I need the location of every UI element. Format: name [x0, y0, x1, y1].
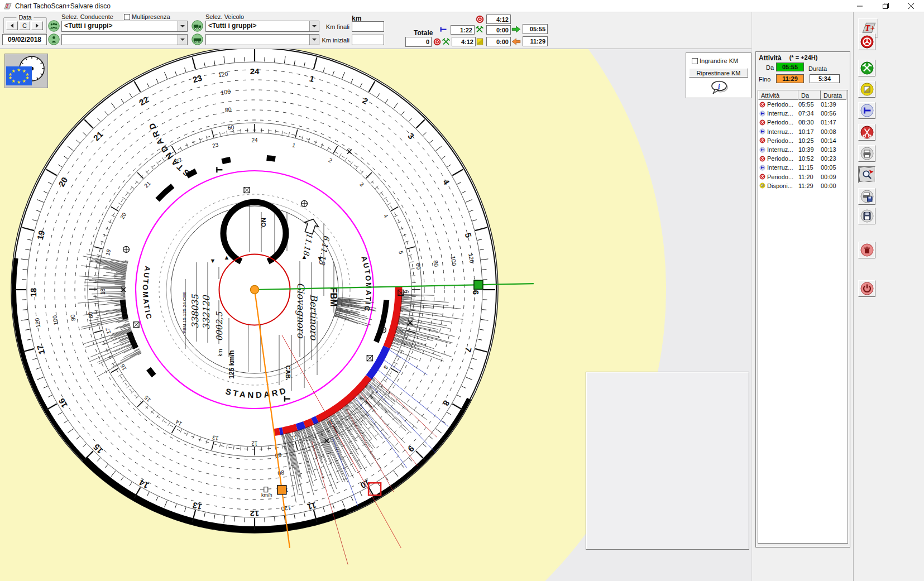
g-work-icon — [442, 37, 451, 46]
activity-start: 11:20 — [798, 174, 821, 180]
exit-button[interactable] — [858, 280, 875, 297]
activity-panel-title: Attività — [759, 54, 782, 62]
km-initial-input[interactable] — [352, 35, 384, 45]
truck-icon — [191, 20, 204, 32]
ingrandire-km-checkbox[interactable] — [692, 58, 698, 64]
svg-text:0002,5: 0002,5 — [214, 311, 224, 341]
print-button[interactable] — [858, 145, 875, 162]
total-km-field: 0 — [405, 37, 432, 47]
activity-row[interactable]: Periodo...10:2500:14 — [758, 136, 848, 145]
drivers-icon — [47, 20, 60, 32]
end-marker[interactable] — [277, 486, 286, 494]
close-button[interactable] — [898, 0, 924, 12]
activity-row[interactable]: Periodo...05:5501:39 — [758, 100, 848, 109]
activity-name: Interruz... — [767, 110, 793, 117]
activity-duration: 01:39 — [821, 101, 845, 108]
info-balloon-icon[interactable]: i — [710, 80, 729, 97]
driver-name-combo[interactable] — [61, 34, 188, 45]
activity-start: 11:15 — [798, 164, 821, 171]
mark-availability-button[interactable] — [858, 81, 875, 98]
restore-icon — [883, 3, 889, 9]
activity-start: 08:30 — [798, 119, 821, 126]
activity-start: 10:17 — [798, 128, 821, 135]
driving-icon — [759, 156, 765, 162]
column-header-da[interactable]: Da — [798, 90, 821, 100]
column-header-attivit[interactable]: Attività — [758, 90, 798, 100]
vehicle-name-combo[interactable] — [205, 34, 319, 45]
print-icon — [860, 146, 874, 161]
cut-button[interactable] — [858, 124, 875, 141]
svg-text:km/h: km/h — [261, 492, 272, 498]
activity-start: 07:34 — [798, 110, 821, 117]
driving-icon — [759, 102, 765, 108]
rest-icon — [759, 111, 765, 117]
svg-text:332120: 332120 — [201, 295, 212, 330]
g-avail-icon — [476, 37, 484, 46]
availability-total-field: 0:00 — [486, 37, 511, 46]
riprestinare-km-button[interactable]: Riprestinare KM — [689, 68, 748, 78]
print-save-button[interactable] — [858, 188, 875, 205]
activity-name: Interruz... — [767, 128, 793, 135]
vehicle-select-label: Selez. Veicolo — [205, 13, 244, 20]
km-zoom-box: Ingrandire KM Riprestinare KM i — [686, 52, 751, 98]
mark-rest-button[interactable] — [858, 102, 875, 119]
activity-duration: 00:23 — [821, 155, 845, 162]
ingrandire-km-option[interactable]: Ingrandire KM — [692, 57, 738, 64]
driver-group-combo[interactable]: <Tutti i gruppi> — [61, 21, 188, 32]
driving-icon — [759, 174, 765, 180]
multipresenza-checkbox[interactable] — [124, 14, 130, 20]
rest-icon — [759, 165, 765, 171]
activity-row[interactable]: Periodo...11:2000:09 — [758, 172, 848, 181]
cut-icon — [860, 125, 874, 140]
activity-row[interactable]: Interruz...07:3400:56 — [758, 109, 848, 118]
vehicle-group-combo[interactable]: <Tutti i gruppi> — [205, 21, 319, 32]
activity-start: 05:55 — [798, 101, 821, 108]
activity-row[interactable]: Disponi...11:2900:00 — [758, 181, 848, 190]
rest-icon — [759, 165, 765, 171]
driving-icon — [759, 137, 765, 143]
next-icon — [36, 23, 39, 28]
mark-driving-button[interactable] — [858, 33, 875, 50]
title-bar: T Chart TachoScan+Salvare disco — [0, 0, 924, 12]
date-field[interactable]: 09/02/2018 — [2, 34, 47, 45]
svg-text:CAB.: CAB. — [285, 366, 291, 381]
svg-text:Bertinoro: Bertinoro — [308, 294, 319, 341]
chevron-down-icon[interactable] — [178, 35, 187, 45]
svg-text:Giovagnoro: Giovagnoro — [295, 282, 307, 339]
main-toolbar: Data C 09/02/2018 Selez. Conducente Mult… — [0, 12, 751, 49]
arrow-l-icon — [511, 36, 521, 47]
chevron-down-icon[interactable] — [178, 21, 187, 31]
svg-text:★: ★ — [17, 68, 21, 73]
driving-icon — [759, 156, 765, 162]
activity-row[interactable]: Interruz...10:1700:08 — [758, 127, 848, 136]
driver-icon — [47, 33, 60, 46]
svg-text:60: 60 — [415, 262, 423, 270]
minimize-button[interactable] — [847, 0, 873, 12]
save-button[interactable] — [858, 208, 875, 224]
activity-area: Attività (* = +24H) Da 05:55 Durata Fino… — [751, 12, 853, 581]
rest-icon — [759, 111, 765, 117]
delete-button[interactable] — [858, 242, 875, 258]
activity-row[interactable]: Interruz...10:3900:13 — [758, 145, 848, 154]
activity-start: 11:29 — [798, 183, 821, 189]
svg-text:60: 60 — [87, 311, 94, 319]
disc-center[interactable] — [251, 286, 259, 294]
start-marker[interactable] — [474, 280, 483, 289]
prev-day-button[interactable] — [6, 21, 18, 30]
mark-work-button[interactable] — [858, 60, 875, 76]
km-final-input[interactable] — [352, 21, 384, 32]
activity-row[interactable]: Interruz...11:1500:05 — [758, 163, 848, 172]
durata-label: Durata — [808, 65, 827, 72]
zoom-icon — [860, 167, 874, 182]
fino-label: Fino — [759, 76, 770, 83]
maximize-button[interactable] — [873, 0, 898, 12]
activity-row[interactable]: Periodo...08:3001:47 — [758, 118, 848, 127]
current-day-button[interactable]: C — [19, 21, 30, 30]
multipresenza-option[interactable]: Multipresenza — [124, 13, 170, 20]
next-day-button[interactable] — [31, 21, 43, 30]
activity-name: Periodo... — [767, 137, 793, 144]
activity-row[interactable]: Periodo...10:5200:23 — [758, 154, 848, 163]
column-header-durata[interactable]: Durata — [821, 90, 846, 100]
driving-icon — [759, 137, 765, 143]
zoom-button[interactable] — [858, 166, 875, 183]
